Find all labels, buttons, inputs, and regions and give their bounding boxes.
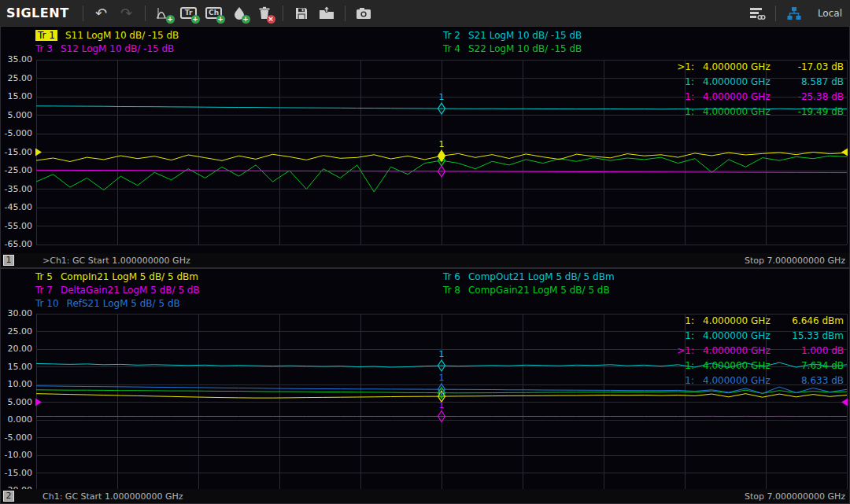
- marker-number: 1:: [658, 314, 694, 329]
- legend-tr-8[interactable]: Tr 8CompGain21 LogM 5 dB/ 5 dB: [443, 285, 610, 296]
- toolbar-divider: [775, 6, 776, 21]
- trace-id: Tr 5: [35, 271, 53, 282]
- marker-number: 1:: [658, 105, 694, 120]
- y-tick-label: 15.00: [1, 362, 32, 372]
- marker-number-label: 1: [439, 349, 445, 359]
- trace-format-label: S22 LogM 10 dB/ -15 dB: [468, 43, 582, 54]
- marker-readout-row: 1:4.000000 GHz8.633 dB: [658, 373, 844, 388]
- marker-frequency: 4.000000 GHz: [694, 314, 776, 329]
- y-tick-label: -15.00: [1, 147, 32, 157]
- screenshot-icon: [355, 6, 372, 21]
- delete-button[interactable]: ×: [253, 3, 275, 24]
- local-mode-button[interactable]: Local: [818, 8, 842, 19]
- trace-format-label: DeltaGain21 LogM 5 dB/ 5 dB: [61, 285, 200, 296]
- channel-badge[interactable]: 1: [3, 255, 14, 266]
- network-status-button[interactable]: [783, 3, 805, 24]
- add-trace-button[interactable]: Tr +: [178, 3, 200, 24]
- screenshot-button[interactable]: [353, 3, 375, 24]
- marker-frequency: 4.000000 GHz: [694, 105, 776, 120]
- legend-tr-7[interactable]: Tr 7DeltaGain21 LogM 5 dB/ 5 dB: [35, 285, 200, 296]
- marker-readout-row: 1:4.000000 GHz15.33 dBm: [658, 329, 844, 344]
- marker-frequency: 4.000000 GHz: [694, 75, 776, 90]
- marker-number-label: 1: [439, 92, 445, 102]
- toolbar-divider: [345, 6, 346, 21]
- marker-number: >1:: [658, 60, 694, 75]
- marker-value: 7.634 dB: [776, 359, 844, 373]
- marker-frequency: 4.000000 GHz: [694, 90, 776, 105]
- y-tick-label: 0.000: [1, 414, 32, 425]
- y-tick-label: -35.00: [1, 184, 32, 194]
- channel-badge[interactable]: 2: [3, 491, 14, 502]
- legend-tr-5[interactable]: Tr 5CompIn21 LogM 5 dB/ 5 dBm: [35, 271, 198, 282]
- trace-format-label: RefS21 LogM 5 dB/ 5 dB: [67, 298, 180, 309]
- trace-format-label: S12 LogM 10 dB/ -15 dB: [61, 43, 174, 54]
- marker-readout-row: >1:4.000000 GHz1.000 dB: [658, 344, 844, 359]
- y-tick-label: -45.00: [1, 202, 32, 212]
- trace-format-label: CompIn21 LogM 5 dB/ 5 dBm: [61, 271, 198, 282]
- add-graph-button[interactable]: +: [153, 3, 175, 24]
- marker-frequency: 4.000000 GHz: [694, 359, 776, 373]
- save-icon: [294, 6, 309, 21]
- trace-format-label: S11 LogM 10 dB/ -15 dB: [65, 30, 179, 41]
- legend-tr-2[interactable]: Tr 2S21 LogM 10 dB/ -15 dB: [443, 30, 582, 41]
- trace-id: Tr 1: [35, 30, 57, 41]
- redo-button[interactable]: ↷: [116, 3, 138, 24]
- marker-readout-row: 1:4.000000 GHz-19.49 dB: [658, 105, 844, 120]
- legend-tr-10[interactable]: Tr 10RefS21 LogM 5 dB/ 5 dB: [35, 298, 180, 309]
- trace-id: Tr 3: [35, 43, 53, 54]
- undo-button[interactable]: ↶: [91, 3, 113, 24]
- ref-level-arrow[interactable]: [35, 149, 42, 156]
- redo-icon: ↷: [120, 6, 132, 20]
- plus-badge-icon: +: [216, 15, 225, 24]
- add-marker-button[interactable]: +: [228, 3, 250, 24]
- legend-tr-6[interactable]: Tr 6CompOut21 LogM 5 dB/ 5 dBm: [443, 271, 615, 282]
- open-file-button[interactable]: [316, 3, 338, 24]
- ref-level-arrow[interactable]: [35, 399, 42, 407]
- ref-level-arrow[interactable]: [841, 399, 848, 407]
- y-tick-label: 25.00: [1, 326, 32, 337]
- marker-value: -19.49 dB: [776, 105, 844, 120]
- network-icon: [786, 6, 802, 21]
- plus-badge-icon: +: [166, 15, 175, 24]
- open-icon: [318, 6, 335, 21]
- marker-frequency: 4.000000 GHz: [694, 344, 776, 359]
- marker-readouts: 1:4.000000 GHz6.646 dBm1:4.000000 GHz15.…: [658, 314, 844, 388]
- y-tick-label: 5.000: [1, 397, 32, 407]
- y-tick-label: 20.00: [1, 344, 32, 354]
- toolbar: SIGLENT ↶ ↷ + Tr + Ch + + ×: [0, 0, 850, 26]
- sweep-start-label: Ch1: GC Start 1.000000000 GHz: [42, 491, 183, 502]
- marker-readout-row: >1:4.000000 GHz-17.03 dB: [658, 60, 844, 75]
- channel-panel-1: Tr 1S11 LogM 10 dB/ -15 dBTr 2S21 LogM 1…: [0, 26, 850, 268]
- y-tick-label: 30.00: [1, 308, 32, 318]
- legend-tr-1[interactable]: Tr 1S11 LogM 10 dB/ -15 dB: [35, 30, 179, 41]
- legend-tr-4[interactable]: Tr 4S22 LogM 10 dB/ -15 dB: [443, 43, 582, 54]
- trace-format-label: CompOut21 LogM 5 dB/ 5 dBm: [468, 271, 615, 282]
- marker-number: 1:: [658, 90, 694, 105]
- add-channel-button[interactable]: Ch +: [203, 3, 225, 24]
- legend-tr-3[interactable]: Tr 3S12 LogM 10 dB/ -15 dB: [35, 43, 174, 54]
- marker-number-label: 1: [439, 139, 445, 149]
- toolbar-divider: [145, 6, 146, 21]
- toolbar-divider: [283, 6, 283, 21]
- marker-readout-row: 1:4.000000 GHz6.646 dBm: [658, 314, 844, 329]
- sweep-stop-label: Stop 7.000000000 GHz: [745, 256, 845, 266]
- save-button[interactable]: [290, 3, 312, 24]
- trace-id: Tr 8: [443, 285, 460, 296]
- ref-level-arrow[interactable]: [841, 149, 848, 156]
- marker-value: 8.633 dB: [776, 373, 844, 388]
- trace-id: Tr 10: [35, 298, 59, 309]
- plot-area[interactable]: 11 >1:4.000000 GHz-17.03 dB1:4.000000 GH…: [35, 59, 848, 245]
- marker-value: -25.38 dB: [776, 90, 844, 105]
- toolbar-divider: [83, 6, 83, 21]
- marker-frequency: 4.000000 GHz: [694, 329, 776, 344]
- window-layout-button[interactable]: [746, 3, 768, 24]
- undo-icon: ↶: [95, 6, 107, 20]
- trace-id: Tr 7: [35, 285, 53, 296]
- marker-number: 1:: [658, 329, 694, 344]
- trace-id: Tr 6: [443, 271, 460, 282]
- window-stack-icon: [748, 6, 766, 21]
- marker-value: -17.03 dB: [776, 60, 844, 75]
- marker-readout-row: 1:4.000000 GHz-25.38 dB: [658, 90, 844, 105]
- y-tick-label: 25.00: [1, 73, 32, 83]
- plot-area[interactable]: 111 1:4.000000 GHz6.646 dBm1:4.000000 GH…: [35, 313, 848, 491]
